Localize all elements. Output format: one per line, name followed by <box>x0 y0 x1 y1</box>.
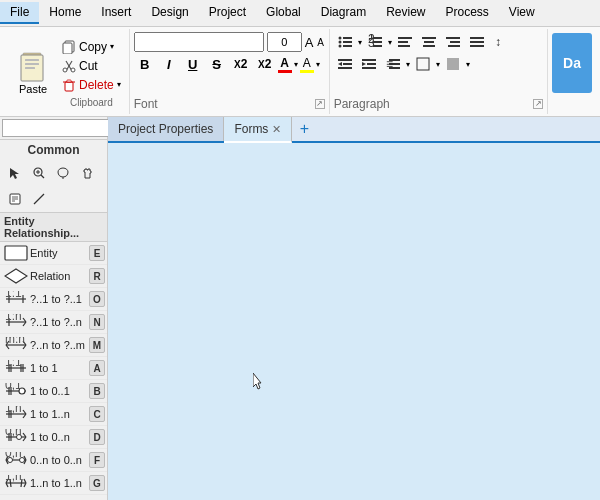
menu-project[interactable]: Project <box>199 2 256 24</box>
1-n-icon: 1:n <box>2 312 30 332</box>
para-row2: ≡ ▾ ▾ ▾ <box>334 54 543 74</box>
shading-button[interactable] <box>442 54 464 74</box>
font-size-input[interactable] <box>267 32 302 52</box>
1n-1n-label: 1..n to 1..n <box>30 477 89 489</box>
tab-project-properties[interactable]: Project Properties <box>108 117 224 141</box>
er-1n-item[interactable]: 1:n ?..1 to ?..n N <box>0 311 107 334</box>
cursor-icon <box>253 373 265 391</box>
tab-forms[interactable]: Forms ✕ <box>224 117 292 143</box>
menu-global[interactable]: Global <box>256 2 311 24</box>
er-11n-item[interactable]: 1,n 1 to 1..n C <box>0 403 107 426</box>
decrease-indent-button[interactable] <box>334 54 356 74</box>
er-0n0n-item[interactable]: 0,n 0..n to 0..n F <box>0 449 107 472</box>
svg-rect-2 <box>25 59 39 61</box>
svg-text:1,n: 1,n <box>5 406 22 415</box>
menu-home[interactable]: Home <box>39 2 91 24</box>
er-entity-item[interactable]: Entity E <box>0 242 107 265</box>
er-101-item[interactable]: 0,1 1 to 0..1 B <box>0 380 107 403</box>
line-spacing-button[interactable]: ≡ <box>382 54 404 74</box>
highlight-color-button[interactable]: A <box>300 56 314 73</box>
justify-button[interactable] <box>466 32 488 52</box>
font-grow-button[interactable]: A <box>305 32 314 52</box>
menu-view[interactable]: View <box>499 2 545 24</box>
shading-arrow[interactable]: ▾ <box>466 60 470 69</box>
svg-rect-29 <box>422 37 436 39</box>
svg-text:1:n: 1:n <box>5 314 22 323</box>
align-left-button[interactable] <box>394 32 416 52</box>
paragraph-group: ▾ 1.2.3. ▾ ↕ <box>330 29 548 114</box>
tab-add-button[interactable]: + <box>292 117 316 141</box>
font-group-label: Font ↗ <box>134 95 325 111</box>
bullet-list-button[interactable] <box>334 32 356 52</box>
align-center-button[interactable] <box>418 32 440 52</box>
border-button[interactable] <box>412 54 434 74</box>
note-tool[interactable] <box>4 188 26 210</box>
svg-marker-67 <box>5 269 27 283</box>
underline-button[interactable]: U <box>182 54 204 74</box>
copy-label: Copy <box>79 40 107 54</box>
svg-rect-28 <box>398 45 410 47</box>
font-color-arrow[interactable]: ▾ <box>294 60 298 69</box>
hand-tool[interactable] <box>76 162 98 184</box>
delete-button[interactable]: Delete ▾ <box>58 76 125 94</box>
paste-button[interactable]: Paste <box>8 33 58 112</box>
er-relation-item[interactable]: Relation R <box>0 265 107 288</box>
increase-indent-button[interactable] <box>358 54 380 74</box>
strikethrough-button[interactable]: S <box>206 54 228 74</box>
tab-forms-close[interactable]: ✕ <box>272 123 281 136</box>
line-tool[interactable] <box>28 188 50 210</box>
svg-text:m:n: m:n <box>5 337 25 346</box>
1n-1n-icon: 1,n <box>2 473 30 493</box>
bold-button[interactable]: B <box>134 54 156 74</box>
font-shrink-button[interactable]: A <box>316 32 324 52</box>
cut-label: Cut <box>79 59 98 73</box>
menu-diagram[interactable]: Diagram <box>311 2 376 24</box>
0n-0n-icon: 0,n <box>2 450 30 470</box>
1-0-1-icon: 0,1 <box>2 381 30 401</box>
er-1n1n-item[interactable]: 1,n 1..n to 1..n G <box>0 472 107 495</box>
svg-rect-66 <box>5 246 27 260</box>
svg-rect-13 <box>67 80 71 82</box>
copy-button[interactable]: Copy ▾ <box>58 38 125 56</box>
select-tool[interactable] <box>4 162 26 184</box>
italic-button[interactable]: I <box>158 54 180 74</box>
subscript-button[interactable]: X2 <box>230 54 252 74</box>
er-11a-item[interactable]: 1:1 1 to 1 A <box>0 357 107 380</box>
delete-label: Delete <box>79 78 114 92</box>
er-mn-item[interactable]: m:n ?..n to ?..m M <box>0 334 107 357</box>
zoom-tool[interactable] <box>28 162 50 184</box>
font-name-input[interactable] <box>134 32 264 52</box>
menu-design[interactable]: Design <box>141 2 198 24</box>
text-direction-button[interactable]: ↕ <box>490 32 512 52</box>
highlight-color-arrow[interactable]: ▾ <box>316 60 320 69</box>
svg-rect-25 <box>373 45 382 47</box>
bullet-arrow[interactable]: ▾ <box>358 38 362 47</box>
border-arrow[interactable]: ▾ <box>436 60 440 69</box>
er-10n-item[interactable]: 0,n 1 to 0..n D <box>0 426 107 449</box>
svg-text:≡: ≡ <box>386 57 393 71</box>
menu-review[interactable]: Review <box>376 2 435 24</box>
paste-icon <box>17 51 49 83</box>
lasso-tool[interactable] <box>52 162 74 184</box>
1-0n-icon: 0,n <box>2 427 30 447</box>
linespacing-arrow[interactable]: ▾ <box>406 60 410 69</box>
delete-arrow: ▾ <box>117 80 121 89</box>
numbered-arrow[interactable]: ▾ <box>388 38 392 47</box>
font-color-button[interactable]: A <box>278 56 292 73</box>
align-right-button[interactable] <box>442 32 464 52</box>
menu-insert[interactable]: Insert <box>91 2 141 24</box>
superscript-button[interactable]: X2 <box>254 54 276 74</box>
cut-button[interactable]: Cut <box>58 57 125 75</box>
paragraph-expand-button[interactable]: ↗ <box>533 99 543 109</box>
relation-icon <box>2 266 30 286</box>
da-button[interactable]: Da <box>552 33 592 93</box>
1-1n-key: C <box>89 406 105 422</box>
font-expand-button[interactable]: ↗ <box>315 99 325 109</box>
numbered-list-button[interactable]: 1.2.3. <box>364 32 386 52</box>
menu-process[interactable]: Process <box>436 2 499 24</box>
er-11-item[interactable]: 1:1 ?..1 to ?..1 O <box>0 288 107 311</box>
menu-file[interactable]: File <box>0 2 39 24</box>
svg-rect-31 <box>423 45 435 47</box>
svg-rect-52 <box>447 58 459 70</box>
svg-rect-4 <box>25 67 35 69</box>
